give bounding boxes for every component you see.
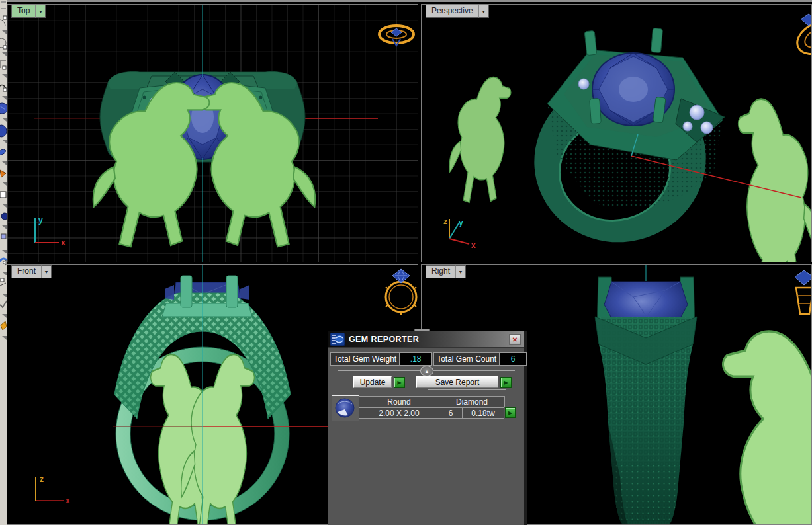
svg-text:x: x xyxy=(61,238,66,247)
gem-small-blue-icon[interactable] xyxy=(0,210,7,231)
chevron-down-icon[interactable]: ▼ xyxy=(36,5,46,18)
gem-table-row[interactable]: 2.00 X 2.00 6 0.18tw ▶ xyxy=(359,407,516,419)
gem-pear-icon[interactable] xyxy=(0,166,7,188)
viewport-top-canvas[interactable]: y x xyxy=(7,5,418,262)
arc-tool-icon[interactable] xyxy=(0,79,7,101)
viewport-tab-front: Front ▼ xyxy=(11,265,52,278)
gem-weight-cell: 0.18tw xyxy=(462,407,504,419)
viewport-tab-top: Top ▼ xyxy=(11,5,46,18)
run-save-report-button[interactable]: ▶ xyxy=(500,377,512,388)
collapse-panel-button[interactable]: ▲ xyxy=(420,366,433,376)
total-gem-count-value: 6 xyxy=(499,353,526,365)
window-top-edge xyxy=(0,0,812,2)
svg-text:y: y xyxy=(459,218,463,227)
svg-text:y: y xyxy=(38,216,43,225)
gem-row-action-button[interactable]: ▶ xyxy=(505,407,516,418)
gem-count-cell: 6 xyxy=(439,407,463,419)
rectangle-tool-icon[interactable] xyxy=(0,57,7,79)
gem-oval-blue-icon[interactable] xyxy=(0,122,7,144)
svg-text:z: z xyxy=(40,475,44,484)
prong-left xyxy=(181,276,192,307)
check-tool-icon[interactable] xyxy=(0,297,7,319)
gem-round-blue-icon[interactable] xyxy=(0,101,7,122)
gem-reporter-icon xyxy=(330,333,345,346)
update-button[interactable]: Update xyxy=(353,376,392,388)
gem-table-header: Round Diamond xyxy=(359,396,505,407)
viewport-perspective[interactable]: z y x Perspective ▼ xyxy=(421,4,812,262)
matrix-workspace: y x Top ▼ xyxy=(0,0,812,525)
viewport-front-label[interactable]: Front xyxy=(11,265,42,278)
total-gem-weight-field: Total Gem Weight .18 xyxy=(330,352,432,366)
chamfer-tool-icon[interactable] xyxy=(0,231,7,253)
viewport-tab-perspective: Perspective ▼ xyxy=(426,5,489,18)
chevron-down-icon[interactable]: ▼ xyxy=(42,265,52,278)
chevron-down-icon[interactable]: ▼ xyxy=(479,5,489,18)
prong-right xyxy=(226,276,238,307)
curve-point-tool-icon[interactable] xyxy=(0,13,7,35)
viewport-top[interactable]: y x Top ▼ xyxy=(7,4,418,262)
node-edit-tool-icon[interactable] xyxy=(0,275,7,297)
total-gem-count-label: Total Gem Count xyxy=(434,353,499,365)
total-gem-weight-label: Total Gem Weight xyxy=(331,353,399,365)
action-buttons: Update ▶ Save Report ▶ xyxy=(353,376,524,388)
svg-text:x: x xyxy=(471,241,476,250)
totals-row: Total Gem Weight .18 Total Gem Count 6 xyxy=(330,352,522,366)
total-gem-count-field: Total Gem Count 6 xyxy=(433,352,527,366)
chevron-down-icon[interactable]: ▼ xyxy=(456,265,466,278)
dialog-titlebar[interactable]: GEM REPORTER ✕ xyxy=(328,331,524,348)
viewport-tab-right: Right ▼ xyxy=(426,265,466,278)
toolbar-grip[interactable] xyxy=(1,1,6,9)
gem-size-cell: 2.00 X 2.00 xyxy=(359,407,439,419)
close-icon[interactable]: ✕ xyxy=(509,334,521,345)
gem-shape-header: Round xyxy=(359,396,439,407)
total-gem-weight-value: .18 xyxy=(399,353,431,365)
gem-type-header: Diamond xyxy=(439,396,505,407)
viewport-top-label[interactable]: Top xyxy=(11,5,36,18)
save-report-button[interactable]: Save Report xyxy=(416,376,498,388)
orient-tool-icon[interactable] xyxy=(0,253,7,275)
gem-table: Round Diamond 2.00 X 2.00 6 0.18tw ▶ xyxy=(328,395,524,423)
gem-reporter-dialog: GEM REPORTER ✕ Total Gem Weight .18 Tota… xyxy=(328,331,527,525)
svg-text:z: z xyxy=(443,217,447,226)
svg-text:x: x xyxy=(66,496,70,505)
profile-tool-icon[interactable] xyxy=(0,188,7,210)
viewport-perspective-canvas[interactable]: z y x xyxy=(422,5,811,262)
gem-orange-icon[interactable] xyxy=(0,319,7,341)
circle-tool-icon[interactable] xyxy=(0,35,7,57)
collapse-divider: ▲ xyxy=(328,366,524,376)
gem-thumbnail[interactable] xyxy=(332,395,359,421)
viewport-right-label[interactable]: Right xyxy=(426,265,456,278)
run-update-button[interactable]: ▶ xyxy=(394,377,405,388)
gem-fancy-blue-icon[interactable] xyxy=(0,144,7,166)
viewport-perspective-label[interactable]: Perspective xyxy=(426,5,479,18)
dialog-title: GEM REPORTER xyxy=(349,335,419,344)
